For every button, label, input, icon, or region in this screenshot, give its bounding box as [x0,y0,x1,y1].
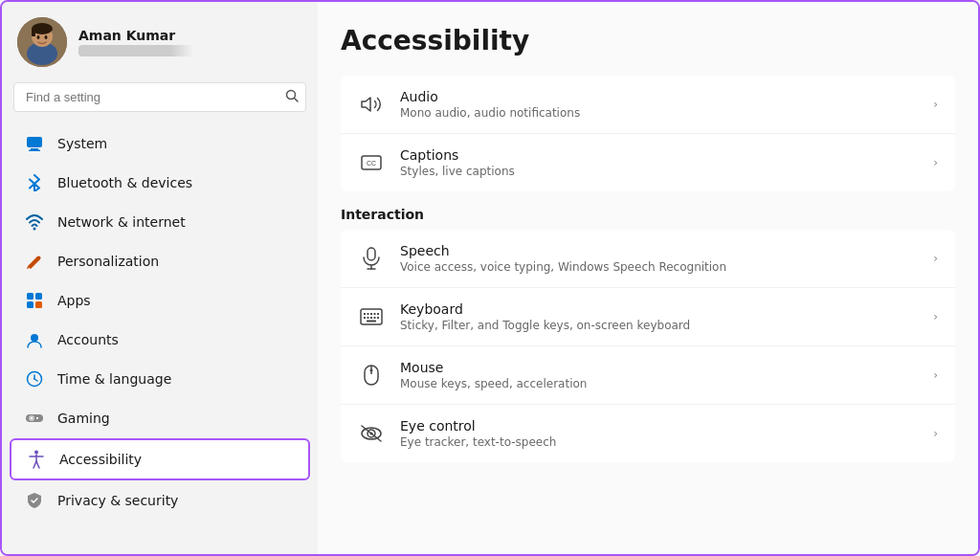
sidebar-item-accessibility[interactable]: Accessibility [10,438,310,480]
keyboard-text: Keyboard Sticky, Filter, and Toggle keys… [400,301,918,332]
search-icon [285,89,299,105]
sidebar: Aman Kumar System Bluetooth & devices [2,2,318,554]
eye-control-chevron-icon: › [933,427,938,440]
user-name: Aman Kumar [78,28,193,43]
speech-icon [358,245,385,272]
sidebar-item-gaming-label: Gaming [57,411,110,426]
audio-desc: Mono audio, audio notifications [400,106,918,120]
captions-chevron-icon: › [933,156,938,169]
svg-point-19 [31,334,38,342]
sidebar-item-time[interactable]: Time & language [10,360,310,398]
user-email [78,45,193,56]
svg-point-52 [370,369,373,372]
settings-item-mouse[interactable]: Mouse Mouse keys, speed, acceleration › [341,346,955,405]
sidebar-item-network[interactable]: Network & internet [10,203,310,241]
svg-rect-11 [29,150,40,152]
sidebar-item-personalization-label: Personalization [57,254,159,269]
mouse-title: Mouse [400,360,918,375]
sidebar-item-privacy[interactable]: Privacy & security [10,481,310,520]
personalization-icon [25,252,44,271]
main-content: Accessibility Audio Mono audio, audio no… [318,2,978,554]
svg-line-30 [33,461,36,468]
sidebar-item-accounts-label: Accounts [57,332,119,347]
sidebar-item-personalization[interactable]: Personalization [10,242,310,280]
settings-item-speech[interactable]: Speech Voice access, voice typing, Windo… [341,230,955,288]
sidebar-item-accounts[interactable]: Accounts [10,321,310,359]
page-title: Accessibility [341,25,955,56]
svg-rect-44 [364,317,366,319]
sidebar-item-network-label: Network & internet [57,214,186,230]
svg-point-6 [45,35,48,39]
keyboard-title: Keyboard [400,301,918,317]
eye-control-icon [358,420,385,447]
user-info: Aman Kumar [78,28,193,56]
settings-item-captions[interactable]: CC Captions Styles, live captions › [341,134,955,191]
captions-title: Captions [400,147,918,163]
mouse-text: Mouse Mouse keys, speed, acceleration [400,360,918,390]
svg-rect-23 [26,414,43,422]
sidebar-item-accessibility-label: Accessibility [59,452,142,467]
settings-card-interaction: Speech Voice access, voice typing, Windo… [341,230,955,462]
settings-item-eye-control[interactable]: Eye control Eye tracker, text-to-speech … [341,405,955,462]
svg-rect-47 [374,317,376,319]
svg-point-27 [34,451,38,455]
svg-rect-9 [27,137,42,147]
svg-line-12 [30,180,34,185]
eye-control-title: Eye control [400,418,918,434]
svg-rect-45 [368,317,369,319]
audio-icon [358,91,385,118]
svg-rect-40 [368,313,369,315]
keyboard-desc: Sticky, Filter, and Toggle keys, on-scre… [400,319,918,332]
accessibility-icon [27,450,46,469]
captions-desc: Styles, live captions [400,165,918,178]
svg-line-8 [295,99,299,102]
sidebar-item-time-label: Time & language [57,371,171,387]
settings-card-top: Audio Mono audio, audio notifications › … [341,76,955,191]
sidebar-item-privacy-label: Privacy & security [57,493,178,508]
svg-rect-34 [368,248,375,260]
sidebar-item-apps-label: Apps [57,293,91,308]
svg-rect-49 [367,321,376,322]
captions-icon: CC [358,149,385,176]
captions-text: Captions Styles, live captions [400,147,918,178]
audio-chevron-icon: › [933,98,938,111]
system-icon [25,134,44,153]
search-input[interactable] [13,82,306,112]
speech-desc: Voice access, voice typing, Windows Spee… [400,260,918,274]
svg-point-5 [37,35,40,39]
sidebar-item-system-label: System [57,136,107,151]
user-profile: Aman Kumar [2,2,318,78]
sidebar-nav: System Bluetooth & devices Network & int… [2,123,318,554]
settings-item-keyboard[interactable]: Keyboard Sticky, Filter, and Toggle keys… [341,288,955,346]
mouse-chevron-icon: › [933,368,938,382]
sidebar-item-bluetooth-label: Bluetooth & devices [57,175,192,190]
mouse-desc: Mouse keys, speed, acceleration [400,377,918,390]
speech-text: Speech Voice access, voice typing, Windo… [400,243,918,274]
search-box[interactable] [13,82,306,112]
bluetooth-icon [25,173,44,192]
svg-rect-17 [27,301,33,308]
mouse-icon [358,362,385,389]
eye-control-text: Eye control Eye tracker, text-to-speech [400,418,918,449]
accounts-icon [25,330,44,349]
avatar [17,17,67,67]
settings-item-audio[interactable]: Audio Mono audio, audio notifications › [341,76,955,134]
sidebar-item-bluetooth[interactable]: Bluetooth & devices [10,164,310,202]
audio-title: Audio [400,89,918,104]
svg-rect-43 [377,313,379,315]
sidebar-item-gaming[interactable]: Gaming [10,399,310,437]
speech-title: Speech [400,243,918,258]
svg-rect-24 [31,417,33,419]
svg-rect-15 [27,293,33,300]
arrow-annotation [341,298,345,336]
svg-point-14 [37,256,41,260]
audio-text: Audio Mono audio, audio notifications [400,89,918,120]
sidebar-item-system[interactable]: System [10,124,310,163]
svg-text:CC: CC [367,160,376,167]
interaction-section-label: Interaction [341,207,955,222]
svg-rect-39 [364,313,366,315]
sidebar-item-apps[interactable]: Apps [10,281,310,320]
keyboard-icon [358,303,385,330]
svg-rect-41 [370,313,372,315]
svg-rect-48 [377,317,379,319]
